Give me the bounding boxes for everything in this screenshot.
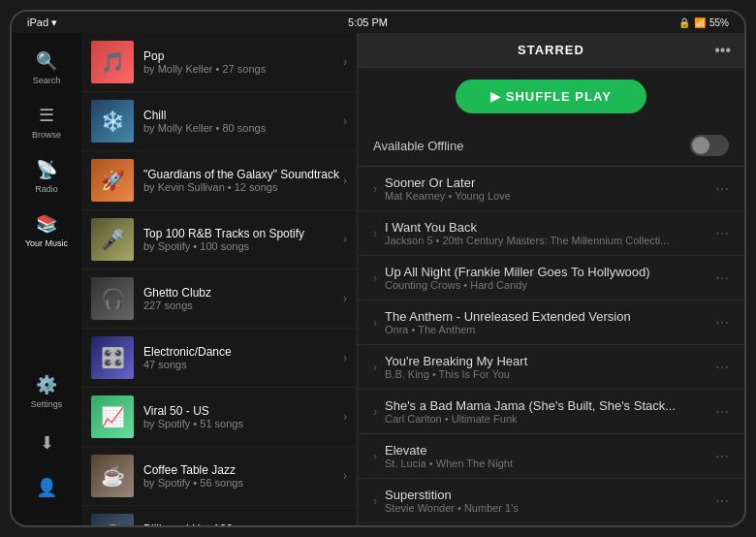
browse-icon: ☰ [39, 105, 54, 126]
chevron-right-icon: › [343, 55, 347, 69]
battery-label: 55% [709, 17, 729, 28]
playlist-thumb-ghetto: 🎧 [91, 277, 134, 320]
playlist-thumb-rnb: 🎤 [91, 218, 134, 261]
chevron-right-icon: › [373, 494, 377, 508]
sidebar-item-radio[interactable]: 📡 Radio [12, 151, 81, 202]
list-item[interactable]: 🎛️ Electronic/Dance 47 songs › [81, 329, 357, 388]
chevron-right-icon: › [373, 450, 377, 463]
detail-panel: STARRED ••• ▶ SHUFFLE PLAY Available Off… [358, 33, 744, 525]
table-row[interactable]: › I Want You Back Jackson 5 • 20th Centu… [358, 211, 744, 256]
playlist-thumb-coffee: ☕ [91, 455, 134, 497]
song-info: Superstition Stevie Wonder • Number 1's [385, 488, 709, 514]
chevron-right-icon: › [373, 361, 377, 374]
lock-icon: 🔒 [678, 17, 690, 28]
playlist-info: Chill by Molly Keller • 80 songs [143, 109, 339, 134]
yourmusic-icon: 📚 [36, 213, 57, 235]
song-more-icon[interactable]: ⋯ [715, 315, 729, 331]
toggle-knob [692, 137, 709, 154]
playlist-thumb-billboard: 🏆 [91, 514, 134, 525]
chevron-right-icon: › [343, 351, 347, 364]
song-info: She's a Bad Mama Jama (She's Built, She'… [385, 398, 709, 425]
table-row[interactable]: › Nirvana - Harry Fraud Remix Sam Smith … [358, 523, 744, 525]
playlist-panel: 🎵 Pop by Molly Keller • 27 songs › ❄️ Ch… [81, 33, 358, 525]
table-row[interactable]: › Elevate St. Lucia • When The Night ⋯ [358, 434, 744, 479]
sidebar-item-avatar[interactable]: 👤 [27, 469, 67, 506]
chevron-right-icon: › [373, 227, 377, 240]
song-info: I Want You Back Jackson 5 • 20th Century… [385, 220, 709, 246]
playlist-info: Top 100 R&B Tracks on Spotify by Spotify… [143, 227, 339, 252]
sidebar-item-browse[interactable]: ☰ Browse [12, 97, 81, 147]
song-info: The Anthem - Unreleased Extended Version… [385, 309, 709, 335]
sidebar-label-browse: Browse [32, 130, 61, 140]
song-more-icon[interactable]: ⋯ [715, 404, 729, 420]
playlist-thumb-gotg: 🚀 [91, 159, 134, 202]
status-time: 5:05 PM [348, 16, 388, 28]
chevron-right-icon: › [373, 182, 377, 196]
song-more-icon[interactable]: ⋯ [715, 449, 729, 464]
sidebar-label-radio: Radio [35, 184, 58, 194]
sidebar-bottom: ⚙️ Settings ⬇ 👤 [27, 366, 67, 516]
songs-list: › Sooner Or Later Mat Kearney • Young Lo… [358, 167, 744, 525]
more-options-icon[interactable]: ••• [714, 42, 731, 59]
playlist-thumb-chill: ❄️ [91, 100, 134, 142]
list-item[interactable]: 🎵 Pop by Molly Keller • 27 songs › [81, 33, 357, 92]
sidebar-label-search: Search [33, 76, 61, 85]
table-row[interactable]: › You're Breaking My Heart B.B. King • T… [358, 345, 744, 390]
list-item[interactable]: 🚀 "Guardians of the Galaxy" Soundtrack b… [81, 151, 357, 210]
sidebar: 🔍 Search ☰ Browse 📡 Radio 📚 Your Music ⚙… [12, 33, 81, 525]
ipad-frame: iPad ▾ 5:05 PM 🔒 📶 55% 🔍 Search ☰ Browse… [10, 10, 746, 527]
playlist-thumb-pop: 🎵 [91, 41, 134, 83]
list-item[interactable]: 🏆 Billboard Hot 100 by billboard.com • 9… [81, 506, 357, 525]
chevron-right-icon: › [373, 316, 377, 330]
detail-header: STARRED ••• [358, 33, 744, 68]
song-info: You're Breaking My Heart B.B. King • Thi… [385, 354, 709, 380]
chevron-right-icon: › [373, 271, 377, 285]
song-info: Elevate St. Lucia • When The Night [385, 443, 709, 469]
chevron-right-icon: › [343, 410, 347, 424]
playlist-info: Pop by Molly Keller • 27 songs [143, 49, 339, 75]
song-more-icon[interactable]: ⋯ [715, 360, 729, 375]
list-item[interactable]: 🎤 Top 100 R&B Tracks on Spotify by Spoti… [81, 210, 357, 269]
avatar-icon: 👤 [36, 477, 57, 498]
sidebar-item-downloads[interactable]: ⬇ [27, 425, 67, 461]
sidebar-label-settings: Settings [31, 399, 63, 409]
song-more-icon[interactable]: ⋯ [715, 226, 729, 241]
table-row[interactable]: › Sooner Or Later Mat Kearney • Young Lo… [358, 167, 744, 211]
status-right: 🔒 📶 55% [678, 17, 729, 28]
offline-label: Available Offline [373, 139, 463, 153]
song-more-icon[interactable]: ⋯ [715, 493, 729, 509]
chevron-right-icon: › [343, 469, 347, 483]
table-row[interactable]: › The Anthem - Unreleased Extended Versi… [358, 300, 744, 345]
chevron-right-icon: › [343, 292, 347, 305]
table-row[interactable]: › Superstition Stevie Wonder • Number 1'… [358, 479, 744, 523]
song-more-icon[interactable]: ⋯ [715, 181, 729, 197]
song-info: Sooner Or Later Mat Kearney • Young Love [385, 175, 709, 202]
chevron-right-icon: › [343, 174, 347, 187]
playlist-info: Ghetto Clubz 227 songs [143, 286, 339, 311]
playlist-info: Viral 50 - US by Spotify • 51 songs [143, 404, 339, 429]
shuffle-play-button[interactable]: ▶ SHUFFLE PLAY [456, 79, 646, 113]
radio-icon: 📡 [36, 159, 57, 180]
playlist-info: Billboard Hot 100 by billboard.com • 96 … [143, 522, 339, 525]
table-row[interactable]: › Up All Night (Frankie Miller Goes To H… [358, 256, 744, 300]
playlist-info: Coffee Table Jazz by Spotify • 56 songs [143, 463, 339, 489]
list-item[interactable]: ☕ Coffee Table Jazz by Spotify • 56 song… [81, 447, 357, 506]
playlist-info: Electronic/Dance 47 songs [143, 345, 339, 370]
list-item[interactable]: 🎧 Ghetto Clubz 227 songs › [81, 269, 357, 329]
list-item[interactable]: ❄️ Chill by Molly Keller • 80 songs › [81, 92, 357, 151]
wifi-icon: 📶 [694, 17, 706, 28]
status-left: iPad ▾ [27, 16, 57, 29]
offline-toggle[interactable] [690, 135, 729, 156]
main-content: 🔍 Search ☰ Browse 📡 Radio 📚 Your Music ⚙… [12, 33, 744, 525]
table-row[interactable]: › She's a Bad Mama Jama (She's Built, Sh… [358, 390, 744, 434]
sidebar-item-yourmusic[interactable]: 📚 Your Music [12, 205, 81, 256]
sidebar-item-search[interactable]: 🔍 Search [12, 43, 81, 93]
chevron-right-icon: › [343, 233, 347, 246]
search-icon: 🔍 [36, 50, 57, 72]
song-more-icon[interactable]: ⋯ [715, 270, 729, 286]
list-item[interactable]: 📈 Viral 50 - US by Spotify • 51 songs › [81, 388, 357, 447]
song-info: Up All Night (Frankie Miller Goes To Hol… [385, 265, 709, 291]
sidebar-item-settings[interactable]: ⚙️ Settings [27, 366, 67, 417]
status-bar: iPad ▾ 5:05 PM 🔒 📶 55% [12, 12, 744, 33]
settings-icon: ⚙️ [36, 374, 57, 395]
